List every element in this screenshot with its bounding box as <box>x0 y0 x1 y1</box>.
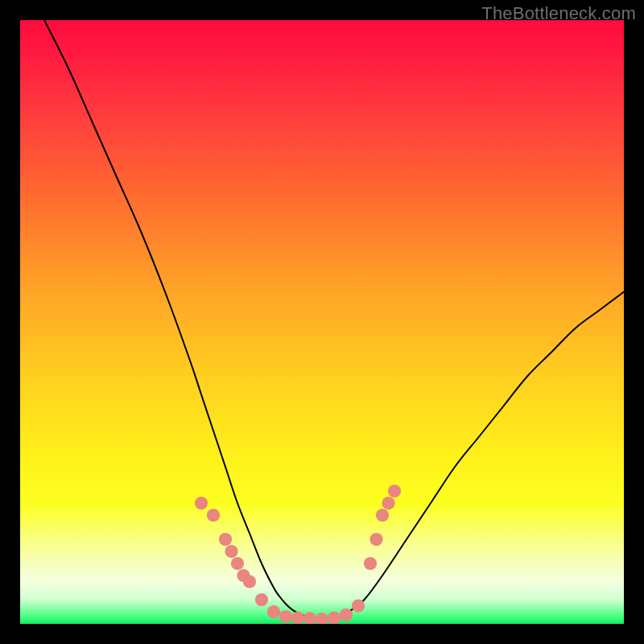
bottleneck-curve <box>44 20 624 619</box>
marker-dot <box>225 545 237 558</box>
plot-area <box>20 20 624 624</box>
marker-dot <box>364 557 377 570</box>
marker-dot <box>207 509 220 522</box>
marker-dot <box>340 609 353 621</box>
curve-markers <box>195 485 401 624</box>
marker-dot <box>219 533 232 546</box>
marker-dot <box>291 611 304 624</box>
watermark-text: TheBottleneck.com <box>481 3 636 24</box>
marker-dot <box>303 612 316 624</box>
marker-dot <box>279 610 292 623</box>
marker-dot <box>195 497 208 510</box>
marker-dot <box>243 575 256 588</box>
curve-svg <box>20 20 624 624</box>
marker-dot <box>267 605 280 618</box>
marker-dot <box>231 557 244 570</box>
chart-frame: TheBottleneck.com <box>0 0 644 644</box>
marker-dot <box>316 613 328 624</box>
marker-dot <box>255 593 268 606</box>
marker-dot <box>376 509 389 522</box>
marker-dot <box>352 599 365 612</box>
marker-dot <box>382 497 394 510</box>
marker-dot <box>369 533 382 546</box>
marker-dot <box>388 485 401 497</box>
marker-dot <box>328 611 341 624</box>
